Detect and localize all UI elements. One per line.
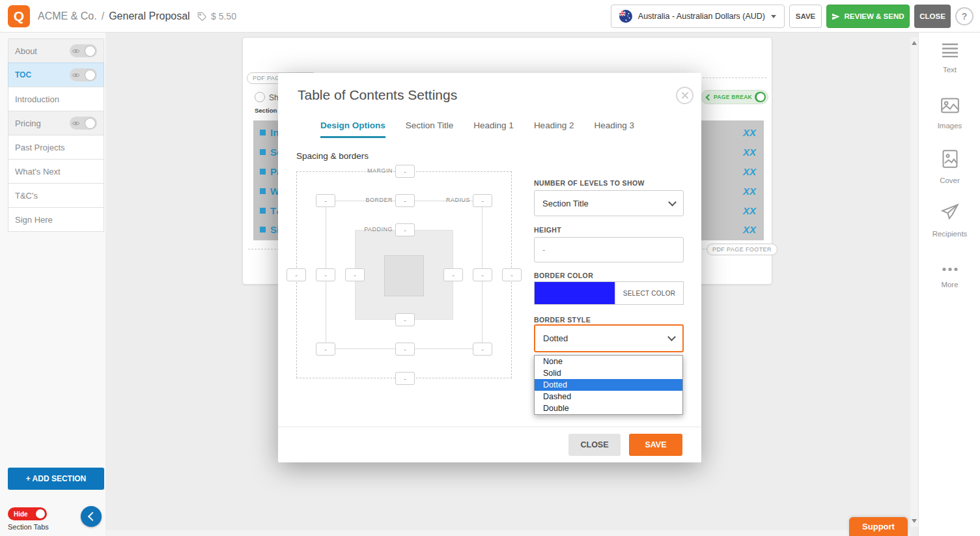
paper-plane-icon	[941, 203, 959, 221]
toolbar-item-more[interactable]: More	[919, 263, 980, 289]
padding-left-input[interactable]	[345, 268, 365, 281]
height-label: HEIGHT	[534, 226, 561, 234]
border-style-dropdown: None Solid Dotted Dashed Double	[534, 355, 683, 415]
padding-bottom-input[interactable]	[395, 313, 415, 326]
horizontal-scrollbar[interactable]	[0, 530, 910, 536]
collapse-sidebar-button[interactable]	[81, 506, 102, 527]
border-style-value: Dotted	[543, 333, 568, 343]
add-section-button[interactable]: + ADD SECTION	[8, 468, 104, 490]
support-button[interactable]: Support	[849, 517, 908, 536]
modal-tabs: Design Options Section Title Heading 1 H…	[320, 120, 634, 138]
levels-select[interactable]: Section Title	[534, 190, 684, 216]
border-left-input[interactable]	[316, 268, 335, 281]
review-send-label: REVIEW & SEND	[844, 12, 904, 20]
sidebar-item-label: Past Projects	[15, 143, 65, 152]
help-button[interactable]: ?	[955, 7, 973, 25]
sidebar-item-sign-here[interactable]: Sign Here	[8, 207, 104, 232]
modal-footer: CLOSE SAVE	[278, 427, 701, 462]
sidebar-item-past-projects[interactable]: Past Projects	[8, 135, 104, 160]
sidebar-item-about[interactable]: About	[8, 38, 104, 63]
insert-toolbar: Text Images Cover Recipients More	[918, 33, 980, 536]
scroll-up-icon[interactable]	[912, 41, 917, 45]
toggle-knob	[757, 93, 764, 101]
padding-right-input[interactable]	[443, 268, 463, 281]
border-right-input[interactable]	[473, 268, 492, 281]
tab-heading-3[interactable]: Heading 3	[594, 120, 634, 138]
vertical-scrollbar[interactable]	[910, 37, 918, 527]
visibility-toggle[interactable]	[70, 117, 97, 130]
show-toggle[interactable]	[255, 92, 265, 102]
chevron-down-icon	[668, 198, 677, 206]
sidebar-item-toc[interactable]: TOC	[8, 63, 104, 87]
toolbar-item-cover[interactable]: Cover	[919, 150, 980, 184]
border-style-label: BORDER STYLE	[534, 316, 591, 324]
save-button[interactable]: SAVE	[789, 5, 822, 28]
scroll-down-icon[interactable]	[912, 519, 917, 523]
border-label: BORDER	[335, 197, 393, 203]
option-dashed[interactable]: Dashed	[535, 391, 682, 402]
option-solid[interactable]: Solid	[535, 367, 682, 379]
margin-left-input[interactable]	[287, 268, 306, 281]
page-break-control[interactable]: PAGE BREAK	[701, 90, 768, 104]
eye-icon	[72, 72, 80, 78]
toolbar-item-recipients[interactable]: Recipients	[919, 203, 980, 238]
margin-bottom-input[interactable]	[395, 372, 415, 385]
tab-section-title[interactable]: Section Title	[406, 120, 454, 138]
tab-heading-1[interactable]: Heading 1	[473, 120, 514, 138]
select-color-button[interactable]: SELECT COLOR	[615, 281, 684, 305]
margin-top-input[interactable]	[395, 165, 415, 178]
sidebar-item-label: Sign Here	[15, 215, 53, 225]
image-icon	[941, 98, 959, 113]
border-bottom-right-input[interactable]	[473, 343, 492, 356]
modal-close-icon[interactable]	[676, 87, 693, 104]
breadcrumb: ACME & Co. / General Proposal	[38, 0, 190, 33]
tab-heading-2[interactable]: Heading 2	[534, 120, 574, 138]
hide-section-tabs-toggle[interactable]: Hide	[8, 507, 47, 520]
modal-save-button[interactable]: SAVE	[629, 434, 682, 456]
review-and-send-button[interactable]: REVIEW & SEND	[826, 5, 910, 28]
option-dotted[interactable]: Dotted	[535, 379, 682, 391]
border-top-left-input[interactable]	[316, 194, 335, 207]
border-style-select[interactable]: Dotted	[534, 324, 684, 352]
tag-icon	[197, 12, 207, 21]
height-input[interactable]	[534, 237, 684, 262]
margin-right-input[interactable]	[502, 268, 522, 281]
border-bottom-left-input[interactable]	[316, 343, 335, 356]
border-color-swatch[interactable]	[534, 281, 615, 305]
sidebar-item-introduction[interactable]: Introduction	[8, 87, 104, 111]
currency-label: Australia - Australian Dollars (AUD)	[638, 12, 765, 21]
border-bottom-input[interactable]	[395, 343, 415, 356]
border-color-label: BORDER COLOR	[534, 272, 593, 279]
content-box	[384, 255, 424, 296]
close-button[interactable]: CLOSE	[914, 5, 951, 28]
app-logo[interactable]: Q	[8, 5, 30, 27]
toolbar-item-images[interactable]: Images	[919, 98, 980, 130]
currency-selector[interactable]: Australia - Australian Dollars (AUD)	[611, 5, 785, 28]
option-none[interactable]: None	[535, 356, 682, 367]
modal-close-button[interactable]: CLOSE	[568, 434, 621, 456]
toc-page-number: XX	[743, 224, 756, 235]
visibility-toggle[interactable]	[70, 44, 97, 57]
padding-label: PADDING	[335, 226, 393, 233]
sidebar-item-tcs[interactable]: T&C's	[8, 183, 104, 208]
tab-design-options[interactable]: Design Options	[320, 120, 385, 138]
bullet-icon	[260, 188, 266, 194]
visibility-toggle[interactable]	[70, 68, 97, 81]
border-top-input[interactable]	[395, 194, 415, 207]
sidebar-item-pricing[interactable]: Pricing	[8, 111, 104, 135]
option-double[interactable]: Double	[535, 402, 682, 414]
send-icon	[832, 12, 840, 21]
padding-top-input[interactable]	[395, 223, 415, 236]
price-tag: $ 5.50	[197, 0, 236, 33]
price-value: $ 5.50	[211, 11, 236, 21]
document-title: General Proposal	[109, 10, 190, 22]
sidebar-item-label: Pricing	[15, 119, 41, 128]
levels-select-value: Section Title	[542, 199, 589, 208]
spacing-borders-heading: Spacing & borders	[296, 151, 369, 161]
page-break-toggle[interactable]	[755, 92, 766, 102]
bullet-icon	[260, 149, 266, 155]
sidebar-item-whats-next[interactable]: What's Next	[8, 159, 104, 184]
radius-input[interactable]	[473, 194, 492, 207]
toolbar-item-text[interactable]: Text	[919, 43, 980, 74]
breadcrumb-separator: /	[102, 10, 104, 22]
